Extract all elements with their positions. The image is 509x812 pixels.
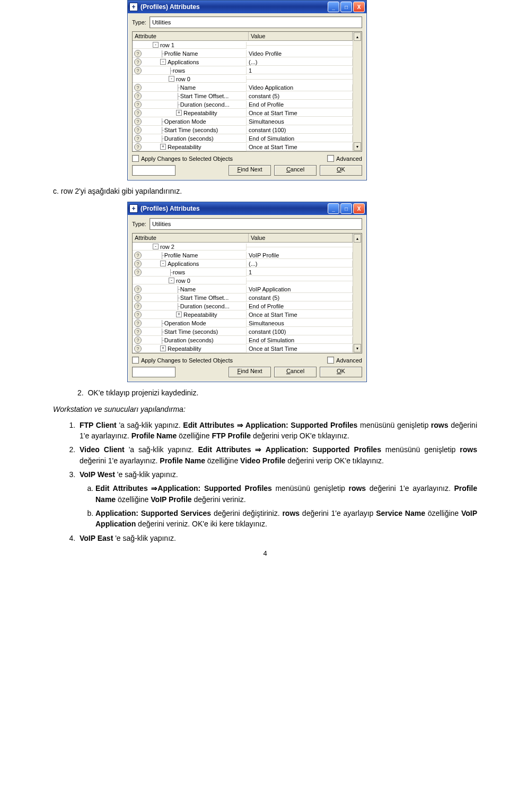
help-icon[interactable]: ? (134, 269, 142, 276)
scrollbar[interactable]: ▴▾ (353, 32, 362, 151)
table-row[interactable]: ?├ Duration (seconds)End of Simulation (133, 336, 353, 344)
expand-icon[interactable]: + (160, 144, 166, 150)
table-row[interactable]: ?+RepeatabilityOnce at Start Time (133, 109, 353, 117)
attr-value[interactable]: Once at Start Time (247, 312, 353, 318)
close-button[interactable]: X (353, 203, 365, 214)
attr-value[interactable] (247, 247, 353, 247)
help-icon[interactable]: ? (134, 84, 142, 91)
expand-icon[interactable]: + (160, 345, 166, 351)
col-header-value[interactable]: Value (249, 234, 353, 242)
collapse-icon[interactable]: - (160, 59, 166, 65)
attr-value[interactable]: Video Profile (247, 50, 353, 57)
find-input[interactable] (132, 165, 175, 176)
find-input[interactable] (132, 367, 175, 377)
attr-value[interactable]: End of Simulation (247, 135, 353, 142)
table-row[interactable]: ?├ Operation ModeSimultaneous (133, 117, 353, 126)
cancel-button[interactable]: Cancel (274, 165, 317, 176)
minimize-button[interactable]: _ (328, 203, 339, 214)
attr-value[interactable]: Video Application (247, 84, 353, 91)
table-row[interactable]: ?+RepeatabilityOnce at Start Time (133, 310, 353, 319)
maximize-button[interactable]: □ (340, 2, 352, 12)
attr-value[interactable]: constant (5) (247, 295, 353, 301)
help-icon[interactable]: ? (134, 50, 142, 57)
collapse-icon[interactable]: - (169, 278, 174, 283)
col-header-attribute[interactable]: Attribute (133, 32, 249, 40)
scrollbar[interactable]: ▴▾ (353, 234, 362, 353)
table-row[interactable]: ?├ Start Time Offset...constant (5) (133, 92, 353, 100)
help-icon[interactable]: ? (134, 126, 142, 134)
help-icon[interactable]: ? (134, 58, 142, 66)
expand-icon[interactable]: + (176, 312, 182, 317)
help-icon[interactable]: ? (134, 143, 142, 151)
table-row[interactable]: ?├ NameVoIP Application (133, 285, 353, 293)
advanced-checkbox[interactable] (327, 357, 334, 364)
table-row[interactable]: ?├ Start Time (seconds)constant (100) (133, 327, 353, 336)
attr-value[interactable]: Simultaneous (247, 320, 353, 327)
help-icon[interactable]: ? (134, 319, 142, 327)
help-icon[interactable]: ? (134, 92, 142, 100)
attr-value[interactable]: End of Simulation (247, 337, 353, 344)
table-row[interactable]: ?├ Start Time Offset...constant (5) (133, 293, 353, 302)
scroll-up-icon[interactable]: ▴ (354, 32, 361, 41)
apply-changes-checkbox[interactable] (132, 357, 139, 364)
attributes-table[interactable]: AttributeValue-row 2?├ Profile NameVoIP … (133, 234, 353, 353)
attr-value[interactable]: End of Profile (247, 303, 353, 310)
attr-value[interactable]: Once at Start Time (247, 110, 353, 117)
scroll-up-icon[interactable]: ▴ (354, 234, 361, 243)
table-row[interactable]: ?+RepeatabilityOnce at Start Time (133, 344, 353, 353)
attr-value[interactable]: constant (5) (247, 93, 353, 100)
table-row[interactable]: ?├ NameVideo Application (133, 83, 353, 92)
ok-button[interactable]: OK (320, 165, 362, 176)
attr-value[interactable]: End of Profile (247, 101, 353, 108)
table-row[interactable]: -row 0 (133, 75, 353, 83)
collapse-icon[interactable]: - (160, 261, 166, 266)
table-row[interactable]: ?├ Profile NameVoIP Profile (133, 251, 353, 260)
attr-value[interactable]: constant (100) (247, 127, 353, 134)
table-row[interactable]: ?├ Start Time (seconds)constant (100) (133, 126, 353, 134)
advanced-checkbox[interactable] (327, 155, 334, 162)
table-row[interactable]: ?├ rows1 (133, 66, 353, 75)
attr-value[interactable]: 1 (247, 67, 353, 74)
apply-changes-checkbox[interactable] (132, 155, 139, 162)
attr-value[interactable] (247, 45, 353, 46)
attr-value[interactable]: constant (100) (247, 329, 353, 335)
type-field[interactable]: Utilities (150, 218, 362, 230)
help-icon[interactable]: ? (134, 135, 142, 142)
type-field[interactable]: Utilities (150, 16, 362, 28)
table-row[interactable]: ?-Applications(...) (133, 260, 353, 268)
attributes-table[interactable]: AttributeValue-row 1?├ Profile NameVideo… (133, 32, 353, 151)
help-icon[interactable]: ? (134, 328, 142, 335)
table-row[interactable]: ?├ Profile NameVideo Profile (133, 49, 353, 58)
attr-value[interactable]: VoIP Application (247, 286, 353, 293)
table-row[interactable]: -row 1 (133, 41, 353, 49)
attr-value[interactable] (247, 79, 353, 80)
expand-icon[interactable]: + (176, 110, 182, 116)
cancel-button[interactable]: Cancel (274, 367, 317, 377)
collapse-icon[interactable]: - (169, 76, 174, 82)
table-row[interactable]: ?├ Operation ModeSimultaneous (133, 319, 353, 327)
table-row[interactable]: ?├ Duration (seconds)End of Simulation (133, 134, 353, 143)
table-row[interactable]: ?-Applications(...) (133, 58, 353, 66)
table-row[interactable]: -row 2 (133, 243, 353, 251)
help-icon[interactable]: ? (134, 101, 142, 108)
find-next-button[interactable]: Find Next (229, 165, 271, 176)
help-icon[interactable]: ? (134, 109, 142, 117)
minimize-button[interactable]: _ (328, 2, 339, 12)
find-next-button[interactable]: Find Next (229, 367, 271, 377)
help-icon[interactable]: ? (134, 294, 142, 301)
help-icon[interactable]: ? (134, 67, 142, 74)
attr-value[interactable]: Simultaneous (247, 118, 353, 125)
help-icon[interactable]: ? (134, 252, 142, 259)
help-icon[interactable]: ? (134, 118, 142, 125)
attr-value[interactable] (247, 281, 353, 281)
help-icon[interactable]: ? (134, 336, 142, 344)
attr-value[interactable]: 1 (247, 269, 353, 276)
maximize-button[interactable]: □ (340, 203, 352, 214)
help-icon[interactable]: ? (134, 260, 142, 267)
attr-value[interactable]: (...) (247, 59, 353, 66)
help-icon[interactable]: ? (134, 303, 142, 310)
col-header-value[interactable]: Value (249, 32, 353, 40)
table-row[interactable]: ?├ Duration (second...End of Profile (133, 100, 353, 109)
close-button[interactable]: X (353, 2, 365, 12)
attr-value[interactable]: (...) (247, 261, 353, 267)
